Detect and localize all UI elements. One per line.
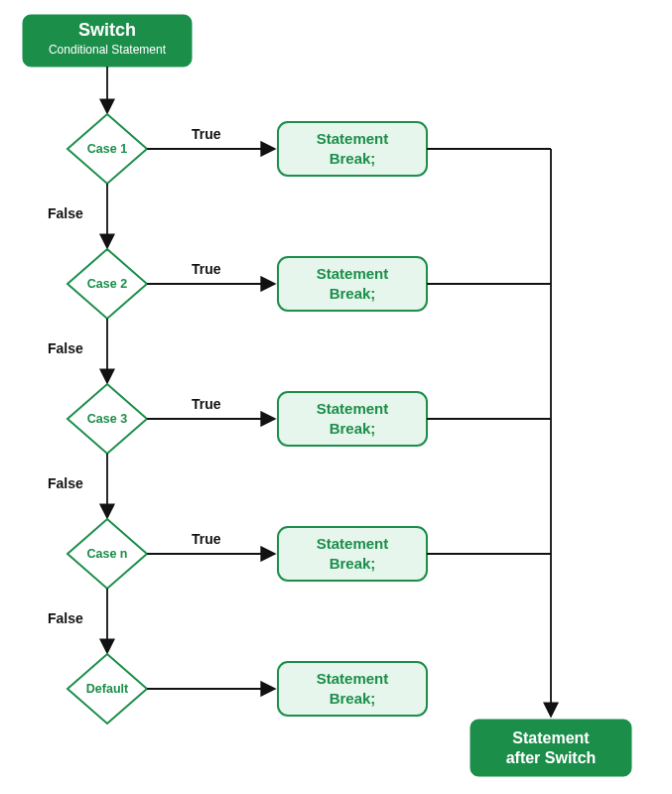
case-2-stmt-line2: Break; (330, 285, 376, 302)
default-label: Default (86, 682, 129, 696)
case-1-false-label: False (48, 205, 83, 221)
case-2-label: Case 2 (87, 277, 127, 291)
end-node (470, 720, 631, 776)
case-1-true-label: True (192, 126, 221, 142)
start-subtitle: Conditional Statement (49, 43, 167, 57)
case-2-stmt-line1: Statement (317, 265, 389, 282)
case-2-false-label: False (48, 340, 83, 356)
case-n-false-label: False (48, 610, 83, 626)
case-3-stmt-line1: Statement (317, 400, 389, 417)
end-line2: after Switch (506, 749, 597, 766)
case-n-label: Case n (87, 547, 128, 561)
case-n-stmt-line1: Statement (317, 535, 389, 552)
end-line1: Statement (512, 729, 590, 746)
case-1-stmt-line1: Statement (317, 130, 389, 147)
case-3-true-label: True (192, 396, 221, 412)
case-n-stmt-line2: Break; (330, 555, 376, 572)
default-stmt-line1: Statement (317, 670, 389, 687)
start-title: Switch (78, 20, 136, 40)
case-2-true-label: True (192, 261, 221, 277)
case-3-stmt-line2: Break; (330, 420, 376, 437)
default-stmt-line2: Break; (330, 690, 376, 707)
case-1-label: Case 1 (87, 142, 127, 156)
case-1-stmt-line2: Break; (330, 150, 376, 167)
case-3-label: Case 3 (87, 412, 127, 426)
case-n-true-label: True (192, 531, 221, 547)
case-3-false-label: False (48, 475, 83, 491)
